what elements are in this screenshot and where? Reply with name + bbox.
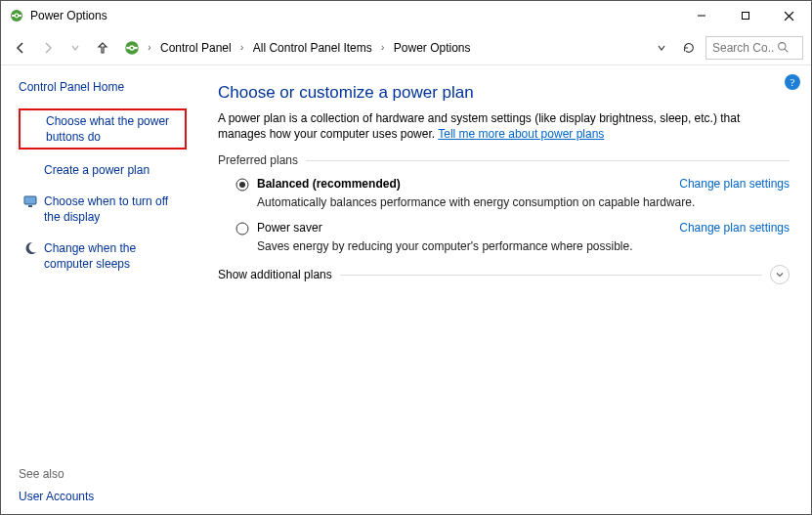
- up-button[interactable]: [91, 36, 114, 60]
- sidebar-item-computer-sleeps[interactable]: Change when the computer sleeps: [19, 237, 187, 275]
- address-dropdown-button[interactable]: [651, 37, 672, 59]
- svg-point-3: [16, 15, 18, 17]
- chevron-right-icon[interactable]: ›: [378, 42, 388, 53]
- address-bar[interactable]: › Control Panel › All Control Panel Item…: [118, 36, 641, 60]
- minimize-button[interactable]: [679, 2, 723, 30]
- window-title: Power Options: [30, 9, 107, 22]
- plan-name[interactable]: Balanced (recommended): [257, 177, 401, 191]
- page-title: Choose or customize a power plan: [218, 83, 790, 103]
- plan-description: Automatically balances performance with …: [257, 195, 790, 209]
- svg-rect-5: [742, 13, 748, 20]
- plan-name[interactable]: Power saver: [257, 221, 322, 235]
- nav-toolbar: › Control Panel › All Control Panel Item…: [1, 30, 811, 65]
- svg-rect-15: [28, 205, 32, 207]
- plan-description: Saves energy by reducing your computer's…: [257, 239, 790, 253]
- main-panel: ? Choose or customize a power plan A pow…: [196, 65, 811, 514]
- expander-label: Show additional plans: [218, 268, 332, 281]
- sidebar: Control Panel Home Choose what the power…: [1, 65, 196, 514]
- breadcrumb-item[interactable]: Control Panel: [156, 41, 235, 55]
- sidebar-item-turn-off-display[interactable]: Choose when to turn off the display: [19, 191, 187, 228]
- svg-rect-14: [24, 196, 36, 204]
- change-plan-settings-link[interactable]: Change plan settings: [679, 177, 790, 191]
- chevron-down-icon[interactable]: [770, 265, 790, 284]
- close-button[interactable]: [767, 2, 811, 30]
- power-options-icon: [9, 8, 24, 23]
- svg-line-13: [785, 49, 788, 52]
- help-icon[interactable]: ?: [784, 73, 801, 91]
- chevron-right-icon[interactable]: ›: [237, 42, 247, 53]
- sidebar-item-create-power-plan[interactable]: Create a power plan: [19, 159, 187, 181]
- sidebar-item-label: Create a power plan: [44, 162, 150, 178]
- radio-unselected-icon[interactable]: [235, 222, 249, 236]
- breadcrumb-item[interactable]: Power Options: [390, 41, 475, 55]
- power-options-window: Power Options › Control P: [0, 0, 812, 515]
- svg-point-20: [236, 223, 248, 235]
- change-plan-settings-link[interactable]: Change plan settings: [679, 221, 790, 235]
- search-icon: [777, 41, 790, 54]
- forward-button[interactable]: [36, 36, 60, 60]
- sidebar-item-choose-power-buttons[interactable]: Choose what the power buttons do: [19, 108, 187, 150]
- see-also-label: See also: [19, 467, 187, 481]
- sidebar-item-label: Choose when to turn off the display: [44, 193, 183, 225]
- control-panel-home-link[interactable]: Control Panel Home: [19, 79, 187, 95]
- moon-icon: [22, 240, 38, 256]
- search-input[interactable]: [710, 40, 777, 56]
- show-additional-plans[interactable]: Show additional plans: [218, 265, 790, 284]
- svg-text:?: ?: [791, 76, 795, 88]
- power-options-path-icon: [123, 39, 141, 57]
- breadcrumb-item[interactable]: All Control Panel Items: [249, 41, 376, 55]
- sidebar-item-label: Choose what the power buttons do: [46, 113, 181, 145]
- refresh-button[interactable]: [678, 37, 700, 59]
- blank-icon: [24, 113, 40, 129]
- sidebar-item-label: Change when the computer sleeps: [44, 240, 183, 272]
- recent-locations-button[interactable]: [64, 36, 87, 60]
- chevron-right-icon[interactable]: ›: [145, 42, 154, 53]
- svg-point-12: [779, 43, 786, 50]
- divider: [340, 275, 762, 276]
- plan-row-power-saver: Power saver Change plan settings: [235, 221, 790, 236]
- search-box[interactable]: [705, 36, 803, 60]
- blank-icon: [22, 162, 38, 178]
- content-area: Control Panel Home Choose what the power…: [1, 65, 811, 514]
- maximize-button[interactable]: [723, 2, 767, 30]
- section-label: Preferred plans: [218, 153, 298, 167]
- see-also-user-accounts[interactable]: User Accounts: [19, 489, 187, 504]
- titlebar: Power Options: [1, 1, 811, 30]
- back-button[interactable]: [9, 36, 32, 60]
- svg-point-19: [239, 182, 245, 188]
- plan-row-balanced: Balanced (recommended) Change plan setti…: [235, 177, 790, 192]
- svg-point-11: [131, 46, 134, 49]
- tell-me-more-link[interactable]: Tell me more about power plans: [438, 127, 604, 141]
- monitor-icon: [22, 193, 38, 209]
- preferred-plans-header: Preferred plans: [218, 153, 790, 167]
- page-description: A power plan is a collection of hardware…: [218, 110, 790, 142]
- radio-selected-icon[interactable]: [235, 178, 249, 192]
- divider: [306, 160, 790, 161]
